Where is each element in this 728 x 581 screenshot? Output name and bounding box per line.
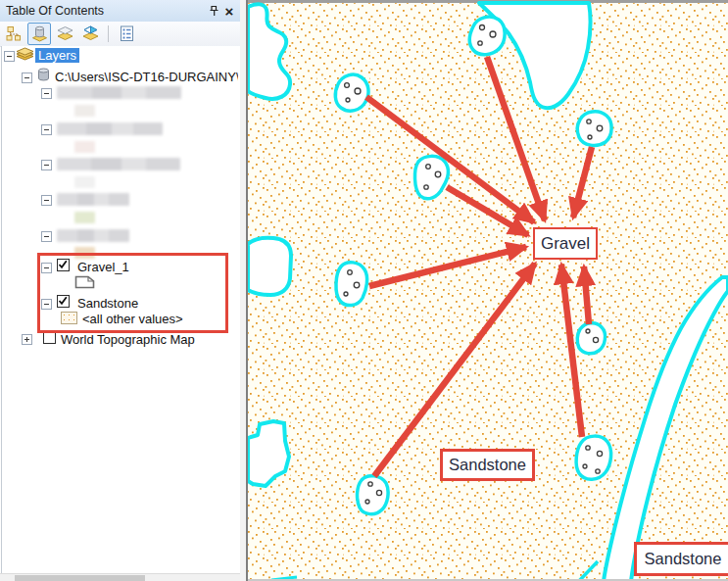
tree-item-layers[interactable]: Layers xyxy=(35,47,79,63)
layers-icon xyxy=(16,47,34,67)
tree-item-gravel[interactable]: Gravel_1 xyxy=(77,259,129,274)
redacted-layer-name[interactable] xyxy=(57,193,129,206)
tree-item-basemap[interactable]: World Topographic Map xyxy=(61,331,195,347)
expander-redacted-2[interactable] xyxy=(41,124,52,135)
tree-item-datasource[interactable]: C:\Users\ISC-DT16-DURGAINY\Doc xyxy=(55,69,238,84)
expander-redacted-3[interactable] xyxy=(41,160,52,170)
map-view[interactable] xyxy=(248,0,728,581)
list-by-selection-icon[interactable] xyxy=(78,23,102,45)
lake-mid-left xyxy=(248,238,291,295)
expander-layers[interactable] xyxy=(4,51,15,62)
expander-sandstone[interactable] xyxy=(41,299,52,310)
tree-item-all-other-values[interactable]: <all other values> xyxy=(82,311,183,326)
toc-title-text: Table Of Contents xyxy=(0,4,206,18)
close-icon[interactable]: × xyxy=(221,3,237,19)
redacted-symbol[interactable] xyxy=(74,141,95,153)
options-icon[interactable] xyxy=(115,23,138,45)
sandstone-fill xyxy=(248,0,728,581)
redacted-layer-name[interactable] xyxy=(57,158,180,170)
gravel-checkbox[interactable] xyxy=(57,259,70,271)
toolbar-separator xyxy=(108,25,109,42)
geodatabase-icon xyxy=(36,68,51,86)
basemap-checkbox[interactable] xyxy=(43,331,56,344)
expander-redacted-5[interactable] xyxy=(41,231,52,242)
redacted-layer-name[interactable] xyxy=(57,122,163,135)
map-label-sandstone-2: Sandstone xyxy=(634,542,728,576)
datasource-label[interactable]: C:\Users\ISC-DT16-DURGAINY\Doc xyxy=(55,70,238,84)
redacted-symbol[interactable] xyxy=(74,212,95,223)
toc-toolbar xyxy=(0,22,240,47)
list-by-visibility-icon[interactable] xyxy=(53,23,76,45)
expander-gravel[interactable] xyxy=(41,263,52,273)
scrollbar-thumb[interactable] xyxy=(15,575,145,581)
list-by-source-icon[interactable] xyxy=(27,23,51,45)
gravel-polygon-symbol[interactable] xyxy=(74,275,95,293)
redacted-symbol[interactable] xyxy=(74,105,95,117)
map-canvas[interactable] xyxy=(248,0,728,581)
map-label-gravel: Gravel xyxy=(533,227,598,260)
redacted-symbol[interactable] xyxy=(74,176,95,188)
all-other-values-label[interactable]: <all other values> xyxy=(82,312,183,326)
sandstone-checkbox[interactable] xyxy=(57,295,70,308)
basemap-label[interactable]: World Topographic Map xyxy=(61,332,195,347)
list-by-drawing-order-icon[interactable] xyxy=(2,23,25,45)
layers-label[interactable]: Layers xyxy=(35,48,79,63)
arcmap-window: Table Of Contents × Layers xyxy=(0,0,728,581)
expander-redacted-4[interactable] xyxy=(41,195,52,206)
expander-redacted-1[interactable] xyxy=(41,88,52,99)
all-other-values-swatch[interactable] xyxy=(61,312,77,324)
horizontal-scrollbar[interactable] xyxy=(0,573,240,581)
redacted-symbol[interactable] xyxy=(74,247,95,259)
redacted-layer-name[interactable] xyxy=(57,229,129,242)
sandstone-layer-label[interactable]: Sandstone xyxy=(77,296,138,311)
map-label-sandstone-1: Sandstone xyxy=(440,449,535,481)
tree-item-sandstone[interactable]: Sandstone xyxy=(77,295,138,311)
expander-basemap[interactable] xyxy=(22,334,32,345)
redacted-layer-name[interactable] xyxy=(57,86,181,99)
pin-icon[interactable] xyxy=(206,3,221,19)
toc-titlebar: Table Of Contents × xyxy=(0,0,240,22)
gravel-layer-label[interactable]: Gravel_1 xyxy=(77,260,129,274)
expander-datasource[interactable] xyxy=(22,73,32,83)
